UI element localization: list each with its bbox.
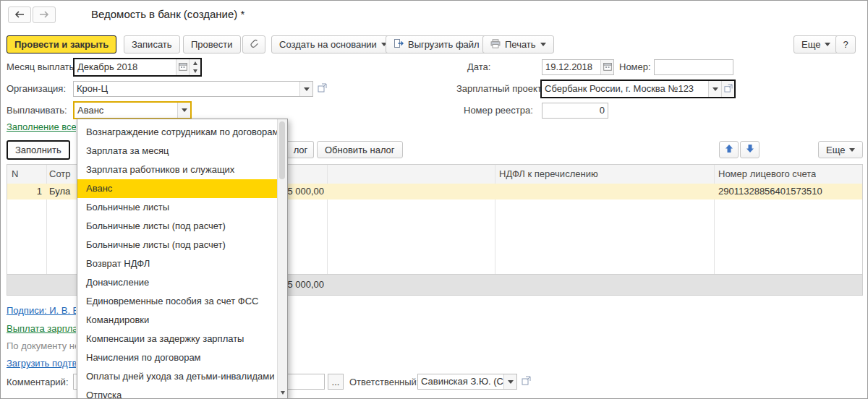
organization-label: Организация: — [7, 81, 66, 97]
document-note-text: По документу не — [7, 340, 76, 351]
dropdown-item-selected[interactable]: Аванс — [77, 179, 278, 198]
print-button[interactable]: Печать — [482, 35, 554, 53]
fill-button[interactable]: Заполнить — [7, 140, 70, 160]
combo-dropdown-button[interactable] — [708, 81, 721, 97]
dropdown-item[interactable]: Больничные листы (под расчет) — [77, 236, 278, 254]
combo-dropdown-button[interactable] — [299, 82, 312, 96]
date-field[interactable]: 19.12.2018 — [542, 59, 614, 75]
open-link-icon — [318, 84, 327, 95]
load-confirmation-link[interactable]: Загрузить подтве — [7, 358, 76, 369]
spinner-down-icon[interactable] — [190, 67, 200, 75]
dropdown-item[interactable]: Доначисление — [77, 273, 278, 292]
dropdown-item[interactable]: Отпуска — [77, 386, 278, 399]
move-row-down-button[interactable] — [740, 141, 760, 158]
column-header-account[interactable]: Номер лицевого счета — [718, 165, 816, 184]
post-and-close-button[interactable]: Провести и закрыть — [7, 35, 116, 53]
help-button[interactable]: ? — [835, 35, 856, 53]
date-value: 19.12.2018 — [542, 60, 600, 74]
responsible-open-button[interactable] — [522, 376, 531, 387]
salary-project-value: Сбербанк России, г. Москва №123 — [542, 81, 708, 97]
dropdown-item[interactable]: Компенсации за задержку зарплаты — [77, 330, 278, 348]
export-file-button[interactable]: Выгрузить файл — [386, 35, 488, 53]
chevron-down-icon — [182, 108, 187, 112]
more-button-top[interactable]: Еще — [793, 35, 838, 53]
dropdown-item[interactable]: Возврат НДФЛ — [77, 254, 278, 273]
chevron-down-icon — [712, 87, 718, 91]
paperclip-icon — [250, 38, 259, 51]
dropdown-item[interactable]: Единовременные пособия за счет ФСС — [77, 292, 278, 311]
salary-project-combo[interactable]: Сбербанк России, г. Москва №123 — [540, 80, 736, 98]
post-label: Провести — [191, 39, 233, 50]
spinner-up-icon[interactable] — [190, 59, 200, 67]
print-label: Печать — [505, 39, 536, 50]
column-header-n[interactable]: N — [12, 165, 18, 184]
dropdown-item[interactable]: Больничные листы — [77, 198, 278, 217]
salary-payout-link[interactable]: Выплата зарплат — [7, 323, 76, 334]
more-label: Еще — [826, 145, 845, 155]
arrow-up-icon — [725, 144, 733, 155]
month-spinner[interactable] — [189, 59, 200, 75]
pay-out-combo[interactable]: Аванс — [73, 101, 192, 119]
comment-ellipsis-button[interactable]: ... — [328, 374, 344, 390]
signatures-link[interactable]: Подписи: И. В. Бу — [7, 305, 76, 316]
dropdown-item[interactable]: Командировки — [77, 311, 278, 330]
more-label: Еще — [801, 39, 820, 50]
scrollbar-thumb[interactable] — [279, 121, 285, 179]
pay-out-dropdown: Вознаграждение сотрудникам по договорам…… — [77, 119, 288, 399]
triangle-down-icon — [281, 391, 285, 395]
calendar-button[interactable] — [600, 60, 613, 74]
scroll-down-button[interactable] — [278, 388, 287, 398]
open-link-icon — [522, 377, 531, 387]
create-based-on-button[interactable]: Создать на основании — [271, 35, 395, 53]
chevron-down-icon — [540, 43, 546, 46]
update-tax-button[interactable]: Обновить налог — [317, 141, 403, 158]
forward-button[interactable] — [33, 7, 56, 23]
column-header-ndfl[interactable]: НДФЛ к перечислению — [499, 165, 598, 184]
payout-month-field[interactable]: Декабрь 2018 — [73, 58, 202, 77]
calendar-button[interactable] — [176, 59, 189, 75]
post-button[interactable]: Провести — [183, 35, 241, 53]
registry-number-field[interactable]: 0 — [542, 103, 608, 119]
export-file-icon — [393, 38, 404, 51]
post-and-close-label: Провести и закрыть — [14, 39, 109, 50]
dropdown-item[interactable]: Вознаграждение сотрудникам по договорам… — [77, 123, 278, 142]
chevron-down-icon — [304, 87, 310, 91]
more-button-table[interactable]: Еще — [818, 141, 863, 158]
move-row-up-button[interactable] — [719, 141, 739, 158]
chevron-down-icon — [508, 380, 514, 384]
account-number-cell: 29011328856401573510 — [718, 184, 861, 200]
comment-label: Комментарий: — [7, 374, 69, 390]
responsible-combo[interactable]: Савинская З.Ю. (Систем — [417, 374, 517, 390]
dropdown-item[interactable]: Больничные листы (под расчет) — [77, 217, 278, 236]
calendar-icon — [603, 62, 612, 73]
salary-project-open-button[interactable] — [721, 81, 734, 97]
dropdown-item[interactable]: Зарплата работников и служащих — [77, 160, 278, 179]
pay-out-value: Аванс — [75, 103, 177, 118]
dropdown-list: Вознаграждение сотрудникам по договорам…… — [77, 123, 278, 399]
fill-all-link[interactable]: Заполнение всем — [7, 121, 76, 132]
employee-cell: Була — [49, 184, 77, 200]
dropdown-item[interactable]: Оплаты дней ухода за детьми-инвалидами — [77, 367, 278, 386]
number-field[interactable] — [654, 59, 733, 75]
partially-hidden-button[interactable]: лог — [288, 141, 314, 158]
responsible-label: Ответственный: — [349, 374, 419, 390]
partial-label: лог — [294, 145, 308, 155]
dropdown-item[interactable]: Зарплата за месяц — [77, 142, 278, 160]
open-link-icon — [724, 84, 733, 95]
save-button[interactable]: Записать — [124, 35, 180, 53]
organization-open-button[interactable] — [318, 83, 327, 95]
back-button[interactable] — [8, 7, 31, 23]
combo-dropdown-button[interactable] — [177, 103, 190, 118]
organization-combo[interactable]: Крон-Ц — [73, 81, 313, 97]
combo-dropdown-button[interactable] — [503, 374, 516, 389]
column-header-employee[interactable]: Сотр — [49, 165, 78, 184]
help-label: ? — [843, 39, 848, 50]
dropdown-scrollbar[interactable] — [277, 119, 287, 399]
row-number-cell: 1 — [7, 184, 42, 200]
attachments-button[interactable] — [242, 35, 265, 53]
responsible-value: Савинская З.Ю. (Систем — [418, 374, 503, 389]
arrow-right-icon — [39, 9, 49, 20]
dropdown-item[interactable]: Начисления по договорам — [77, 348, 278, 367]
pay-out-label: Выплачивать: — [7, 103, 67, 119]
chevron-down-icon — [825, 43, 830, 46]
